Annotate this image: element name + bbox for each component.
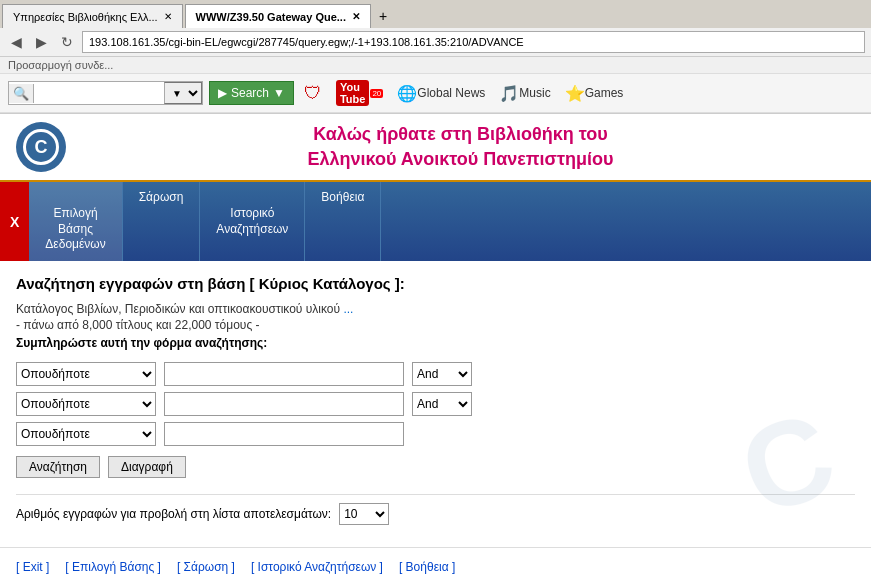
- page-content: C C Καλώς ήρθατε στη Βιβλιοθήκη του Ελλη…: [0, 114, 871, 586]
- nav-history-label: Ιστορικό Αναζητήσεων: [216, 206, 288, 236]
- result-count-select[interactable]: 10 20 50 100: [339, 503, 389, 525]
- clear-button[interactable]: Διαγραφή: [108, 456, 186, 478]
- nav-help-label: Βοήθεια: [321, 190, 364, 204]
- music-label: Music: [519, 86, 550, 100]
- tab-gateway[interactable]: WWW/Z39.50 Gateway Que... ✕: [185, 4, 371, 28]
- header-text: Καλώς ήρθατε στη Βιβλιοθήκη του Ελληνικο…: [66, 122, 855, 172]
- bool-select-1[interactable]: And Or Not: [412, 362, 472, 386]
- nav-bar: ◀ ▶ ↻: [0, 28, 871, 57]
- loading-bar: Προσαρμογή συνδε...: [0, 57, 871, 74]
- tab-library-label: Υπηρεσίες Βιβλιοθήκης Ελλ...: [13, 11, 158, 23]
- search-row-2: Οπουδήποτε Τίτλος Συγγραφέας Θέμα And Or…: [16, 392, 855, 416]
- games-label: Games: [585, 86, 624, 100]
- bool-select-2[interactable]: And Or Not: [412, 392, 472, 416]
- field-select-3[interactable]: Οπουδήποτε Τίτλος Συγγραφέας Θέμα: [16, 422, 156, 446]
- catalog-sub: - πάνω από 8,000 τίτλους και 22,000 τόμο…: [16, 318, 855, 332]
- footer-help[interactable]: [ Βοήθεια ]: [399, 560, 455, 574]
- result-count-row: Αριθμός εγγραφών για προβολή στη λίστα α…: [16, 494, 855, 525]
- clear-button-label: Διαγραφή: [121, 460, 173, 474]
- tab-library-close[interactable]: ✕: [164, 11, 172, 22]
- search-icon: 🔍: [9, 84, 34, 103]
- header-title-line1: Καλώς ήρθατε στη Βιβλιοθήκη του: [66, 122, 855, 147]
- logo-letter: C: [35, 137, 48, 158]
- nav-menu: X Επιλογή Βάσης Δεδομένων Σάρωση Ιστορικ…: [0, 182, 871, 260]
- field-select-2[interactable]: Οπουδήποτε Τίτλος Συγγραφέας Θέμα: [16, 392, 156, 416]
- nav-database-label: Επιλογή Βάσης Δεδομένων: [45, 206, 105, 251]
- music-note-icon: 🎵: [499, 84, 519, 103]
- search-dropdown-arrow: ▼: [273, 86, 285, 100]
- footer-nav: [ Exit ] [ Επιλογή Βάσης ] [ Σάρωση ] [ …: [0, 547, 871, 586]
- tab-library[interactable]: Υπηρεσίες Βιβλιοθήκης Ελλ... ✕: [2, 4, 183, 28]
- search-input-2[interactable]: [164, 392, 404, 416]
- search-row-1: Οπουδήποτε Τίτλος Συγγραφέας Θέμα And Or…: [16, 362, 855, 386]
- star-icon: ⭐: [565, 84, 585, 103]
- search-icon-green: ▶: [218, 86, 227, 100]
- loading-text: Προσαρμογή συνδε...: [8, 59, 113, 71]
- search-form: Οπουδήποτε Τίτλος Συγγραφέας Θέμα And Or…: [16, 362, 855, 478]
- footer-history[interactable]: [ Ιστορικό Αναζητήσεων ]: [251, 560, 383, 574]
- nav-item-help[interactable]: Βοήθεια: [305, 182, 381, 260]
- youtube-badge: 20: [370, 89, 383, 98]
- logo: C: [16, 122, 66, 172]
- logo-inner: C: [23, 129, 59, 165]
- tab-bar: Υπηρεσίες Βιβλιοθήκης Ελλ... ✕ WWW/Z39.5…: [0, 0, 871, 28]
- nav-x-label: X: [10, 214, 19, 230]
- back-button[interactable]: ◀: [6, 32, 27, 52]
- main-content: Αναζήτηση εγγραφών στη βάση [ Κύριος Κατ…: [0, 261, 871, 539]
- nav-item-history[interactable]: Ιστορικό Αναζητήσεων: [200, 182, 305, 260]
- search-row-3: Οπουδήποτε Τίτλος Συγγραφέας Θέμα: [16, 422, 855, 446]
- mcafee-icon[interactable]: 🛡: [300, 81, 326, 106]
- toolbar-search-input[interactable]: [34, 82, 164, 104]
- search-button-label: Search: [231, 86, 269, 100]
- address-bar[interactable]: [82, 31, 865, 53]
- form-buttons: Αναζήτηση Διαγραφή: [16, 456, 855, 478]
- browser-toolbar: 🔍 ▼ ▶ Search ▼ 🛡 YouTube 20 🌐 Global New…: [0, 74, 871, 113]
- mcafee-symbol: 🛡: [304, 83, 322, 104]
- result-count-label: Αριθμός εγγραφών για προβολή στη λίστα α…: [16, 507, 331, 521]
- forward-button[interactable]: ▶: [31, 32, 52, 52]
- search-submit-button[interactable]: Αναζήτηση: [16, 456, 100, 478]
- nav-item-database[interactable]: Επιλογή Βάσης Δεδομένων: [29, 182, 122, 260]
- search-input-1[interactable]: [164, 362, 404, 386]
- reload-button[interactable]: ↻: [56, 32, 78, 52]
- header-area: C Καλώς ήρθατε στη Βιβλιοθήκη του Ελληνι…: [0, 114, 871, 182]
- catalog-link[interactable]: ...: [343, 302, 353, 316]
- footer-exit[interactable]: [ Exit ]: [16, 560, 49, 574]
- youtube-icon[interactable]: YouTube 20: [332, 78, 387, 108]
- footer-database[interactable]: [ Επιλογή Βάσης ]: [65, 560, 161, 574]
- catalog-desc: Κατάλογος Βιβλίων, Περιοδικών και οπτικο…: [16, 302, 855, 316]
- tab-gateway-label: WWW/Z39.50 Gateway Que...: [196, 11, 346, 23]
- global-news-label: Global News: [417, 86, 485, 100]
- tab-gateway-close[interactable]: ✕: [352, 11, 360, 22]
- games-icon[interactable]: ⭐ Games: [561, 82, 628, 105]
- search-button[interactable]: ▶ Search ▼: [209, 81, 294, 105]
- youtube-logo: YouTube: [336, 80, 369, 106]
- nav-item-scan[interactable]: Σάρωση: [123, 182, 201, 260]
- footer-scan[interactable]: [ Σάρωση ]: [177, 560, 235, 574]
- new-tab-button[interactable]: +: [371, 4, 395, 28]
- catalog-desc-text: Κατάλογος Βιβλίων, Περιοδικών και οπτικο…: [16, 302, 340, 316]
- search-submit-label: Αναζήτηση: [29, 460, 87, 474]
- search-box: 🔍 ▼: [8, 81, 203, 105]
- form-instruction: Συμπληρώστε αυτή την φόρμα αναζήτησης:: [16, 336, 855, 350]
- search-input-3[interactable]: [164, 422, 404, 446]
- nav-close-button[interactable]: X: [0, 182, 29, 260]
- header-title-line2: Ελληνικού Ανοικτού Πανεπιστημίου: [66, 147, 855, 172]
- music-icon[interactable]: 🎵 Music: [495, 82, 554, 105]
- search-engine-select[interactable]: ▼: [164, 82, 202, 104]
- global-news-icon[interactable]: 🌐 Global News: [393, 82, 489, 105]
- page-heading: Αναζήτηση εγγραφών στη βάση [ Κύριος Κατ…: [16, 275, 855, 292]
- field-select-1[interactable]: Οπουδήποτε Τίτλος Συγγραφέας Θέμα: [16, 362, 156, 386]
- nav-scan-label: Σάρωση: [139, 190, 184, 204]
- globe-icon: 🌐: [397, 84, 417, 103]
